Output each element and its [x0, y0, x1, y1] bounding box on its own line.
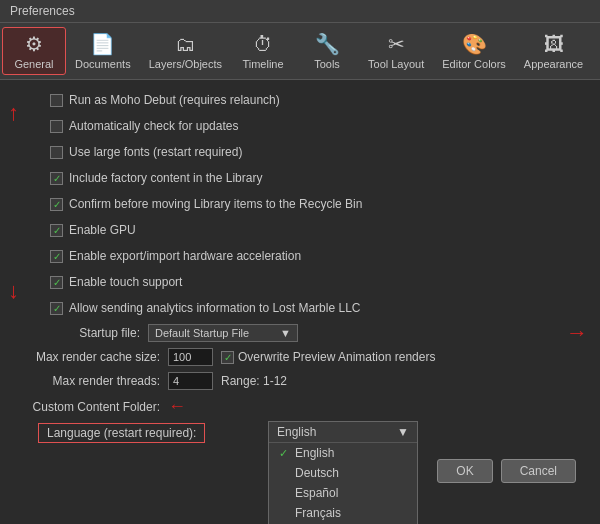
language-label-box: Language (restart required): [38, 423, 205, 443]
general-icon: ⚙ [25, 32, 43, 56]
checkbox-row-enable-gpu: ✓Enable GPU [20, 220, 580, 240]
layers-label: Layers/Objects [149, 58, 222, 70]
arrow-right: → [566, 320, 588, 346]
startup-file-row: Startup file: Default Startup File ▼ [20, 324, 580, 342]
toolbar-item-timeline[interactable]: ⏱Timeline [231, 27, 295, 75]
tool-layout-label: Tool Layout [368, 58, 424, 70]
arrow-top-left: ↑ [8, 100, 19, 126]
max-render-threads-label: Max render threads: [20, 374, 160, 388]
timeline-icon: ⏱ [253, 33, 273, 56]
dropdown-item-espanol[interactable]: Español [269, 483, 417, 503]
general-label: General [14, 58, 53, 70]
title-bar: Preferences [0, 0, 600, 23]
max-render-cache-input[interactable] [168, 348, 213, 366]
label-touch-support: Enable touch support [69, 275, 182, 289]
window-title: Preferences [10, 4, 75, 18]
range-label: Range: 1-12 [221, 374, 287, 388]
timeline-label: Timeline [242, 58, 283, 70]
toolbar-item-editor-colors[interactable]: 🎨Editor Colors [433, 27, 515, 75]
max-render-threads-row: Max render threads: Range: 1-12 [20, 372, 580, 390]
overwrite-label: Overwrite Preview Animation renders [238, 350, 435, 364]
custom-folder-row: Custom Content Folder: ← [20, 396, 580, 417]
toolbar-item-appearance[interactable]: 🖼Appearance [515, 27, 592, 75]
content-area: Run as Moho Debut (requires relaunch)Aut… [0, 80, 600, 493]
checkbox-row-confirm-recycle: ✓Confirm before moving Library items to … [20, 194, 580, 214]
tools-label: Tools [314, 58, 340, 70]
cancel-button[interactable]: Cancel [501, 459, 576, 483]
checkbox-auto-check-updates[interactable] [50, 120, 63, 133]
editor-colors-label: Editor Colors [442, 58, 506, 70]
language-dropdown-arrow-icon: ▼ [397, 425, 409, 439]
documents-label: Documents [75, 58, 131, 70]
label-enable-gpu: Enable GPU [69, 223, 136, 237]
toolbar-item-tool-layout[interactable]: ✂Tool Layout [359, 27, 433, 75]
startup-file-value: Default Startup File [155, 327, 249, 339]
custom-folder-label: Custom Content Folder: [20, 400, 160, 414]
dropdown-label-espanol: Español [295, 486, 338, 500]
toolbar-item-tools[interactable]: 🔧Tools [295, 27, 359, 75]
label-confirm-recycle: Confirm before moving Library items to t… [69, 197, 362, 211]
overwrite-check-area: ✓ Overwrite Preview Animation renders [221, 350, 435, 364]
toolbar-item-layers[interactable]: 🗂Layers/Objects [140, 27, 231, 75]
tools-icon: 🔧 [315, 32, 340, 56]
startup-file-arrow-icon: ▼ [280, 327, 291, 339]
checkbox-export-accel[interactable]: ✓ [50, 250, 63, 263]
max-render-cache-label: Max render cache size: [20, 350, 160, 364]
dropdown-label-english: English [295, 446, 334, 460]
language-dropdown-header[interactable]: English▼ [269, 422, 417, 443]
label-large-fonts: Use large fonts (restart required) [69, 145, 242, 159]
checkbox-large-fonts[interactable] [50, 146, 63, 159]
checkbox-row-large-fonts: Use large fonts (restart required) [20, 142, 580, 162]
checkbox-confirm-recycle[interactable]: ✓ [50, 198, 63, 211]
dropdown-item-francais[interactable]: Français [269, 503, 417, 523]
checkbox-row-run-as-moho: Run as Moho Debut (requires relaunch) [20, 90, 580, 110]
max-render-threads-input[interactable] [168, 372, 213, 390]
appearance-label: Appearance [524, 58, 583, 70]
startup-file-select[interactable]: Default Startup File ▼ [148, 324, 298, 342]
overwrite-checkbox[interactable]: ✓ [221, 351, 234, 364]
label-factory-content: Include factory content in the Library [69, 171, 262, 185]
appearance-icon: 🖼 [544, 33, 564, 56]
language-row: Language (restart required): English▼✓En… [20, 423, 580, 443]
tool-layout-icon: ✂ [388, 32, 405, 56]
toolbar-item-documents[interactable]: 📄Documents [66, 27, 140, 75]
language-label: Language (restart required): [47, 426, 196, 440]
checkbox-row-factory-content: ✓Include factory content in the Library [20, 168, 580, 188]
label-analytics: Allow sending analytics information to L… [69, 301, 360, 315]
arrow-mid-left: ↓ [8, 278, 19, 304]
max-render-cache-row: Max render cache size: ✓ Overwrite Previ… [20, 348, 580, 366]
checkbox-row-export-accel: ✓Enable export/import hardware accelerat… [20, 246, 580, 266]
checkbox-row-touch-support: ✓Enable touch support [20, 272, 580, 292]
checkbox-touch-support[interactable]: ✓ [50, 276, 63, 289]
checkbox-analytics[interactable]: ✓ [50, 302, 63, 315]
dropdown-label-francais: Français [295, 506, 341, 520]
ok-button[interactable]: OK [437, 459, 492, 483]
documents-icon: 📄 [90, 32, 115, 56]
editor-colors-icon: 🎨 [462, 32, 487, 56]
language-dropdown-value: English [277, 425, 316, 439]
checkbox-row-auto-check-updates: Automatically check for updates [20, 116, 580, 136]
checkbox-factory-content[interactable]: ✓ [50, 172, 63, 185]
footer-buttons: OK Cancel [20, 459, 580, 483]
layers-icon: 🗂 [175, 33, 195, 56]
toolbar-item-general[interactable]: ⚙General [2, 27, 66, 75]
toolbar: ⚙General📄Documents🗂Layers/Objects⏱Timeli… [0, 23, 600, 80]
startup-file-label: Startup file: [20, 326, 140, 340]
label-run-as-moho: Run as Moho Debut (requires relaunch) [69, 93, 280, 107]
label-export-accel: Enable export/import hardware accelerati… [69, 249, 301, 263]
checkbox-run-as-moho[interactable] [50, 94, 63, 107]
checkbox-row-analytics: ✓Allow sending analytics information to … [20, 298, 580, 318]
dropdown-check-english: ✓ [279, 447, 291, 460]
checkbox-enable-gpu[interactable]: ✓ [50, 224, 63, 237]
label-auto-check-updates: Automatically check for updates [69, 119, 238, 133]
arrow-indicator-left: ← [168, 396, 186, 417]
